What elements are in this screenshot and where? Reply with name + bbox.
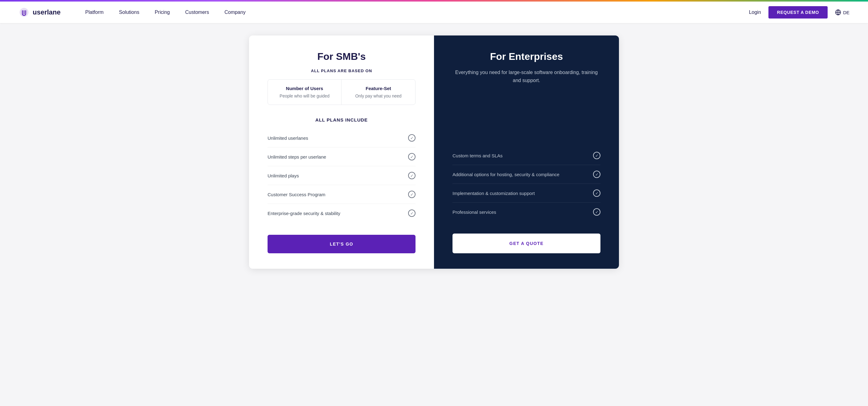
list-item: Unlimited userlanes ✓ xyxy=(268,129,415,147)
nav-link-platform[interactable]: Platform xyxy=(85,9,104,15)
nav-link-pricing[interactable]: Pricing xyxy=(155,9,170,15)
list-item: Customer Success Program ✓ xyxy=(268,185,415,204)
enterprise-check-icon-1: ✓ xyxy=(593,171,600,178)
nav-links: Platform Solutions Pricing Customers Com… xyxy=(85,9,749,15)
smb-feature-list: Unlimited userlanes ✓ Unlimited steps pe… xyxy=(268,129,415,223)
check-icon-4: ✓ xyxy=(408,209,415,217)
get-quote-button[interactable]: GET A QUOTE xyxy=(453,234,600,253)
enterprise-check-icon-3: ✓ xyxy=(593,208,600,216)
enterprise-title: For Enterprises xyxy=(453,51,600,62)
list-item: Enterprise-grade security & stability ✓ xyxy=(268,204,415,223)
enterprise-feature-text-2: Implementation & customization support xyxy=(453,191,535,196)
enterprise-check-icon-2: ✓ xyxy=(593,190,600,197)
logo-text: userlane xyxy=(33,8,61,16)
enterprise-feature-text-0: Custom terms and SLAs xyxy=(453,153,503,158)
grid-sub-users: People who will be guided xyxy=(275,93,334,98)
globe-icon xyxy=(835,9,841,16)
grid-sub-features: Only pay what you need xyxy=(349,93,408,98)
enterprise-feature-text-3: Professional services xyxy=(453,209,496,215)
feature-text-0: Unlimited userlanes xyxy=(268,136,308,141)
smb-card: For SMB's ALL PLANS ARE BASED ON Number … xyxy=(249,35,434,269)
nav-link-solutions[interactable]: Solutions xyxy=(119,9,139,15)
main-content: For SMB's ALL PLANS ARE BASED ON Number … xyxy=(0,23,868,281)
list-item: Unlimited plays ✓ xyxy=(268,166,415,185)
plans-grid-item-features: Feature-Set Only pay what you need xyxy=(342,80,415,105)
plans-based-on-label: ALL PLANS ARE BASED ON xyxy=(268,68,415,73)
enterprise-check-icon-0: ✓ xyxy=(593,152,600,159)
nav-right: Login REQUEST A DEMO DE xyxy=(749,6,849,19)
feature-text-4: Enterprise-grade security & stability xyxy=(268,211,340,216)
nav-link-customers[interactable]: Customers xyxy=(185,9,209,15)
login-link[interactable]: Login xyxy=(749,9,761,15)
language-label: DE xyxy=(843,10,849,15)
list-item: Additional options for hosting, security… xyxy=(453,165,600,184)
list-item: Professional services ✓ xyxy=(453,203,600,221)
nav-link-company[interactable]: Company xyxy=(224,9,245,15)
list-item: Custom terms and SLAs ✓ xyxy=(453,146,600,165)
feature-text-2: Unlimited plays xyxy=(268,173,299,178)
logo-icon xyxy=(19,7,30,18)
all-plans-include-label: ALL PLANS INCLUDE xyxy=(268,117,415,122)
plans-grid-item-users: Number of Users People who will be guide… xyxy=(268,80,342,105)
enterprise-card: For Enterprises Everything you need for … xyxy=(434,35,619,269)
logo-link[interactable]: userlane xyxy=(19,7,61,18)
check-icon-0: ✓ xyxy=(408,134,415,142)
feature-text-1: Unlimited steps per userlane xyxy=(268,154,326,160)
list-item: Implementation & customization support ✓ xyxy=(453,184,600,203)
list-item: Unlimited steps per userlane ✓ xyxy=(268,147,415,166)
grid-label-users: Number of Users xyxy=(275,86,334,91)
enterprise-feature-text-1: Additional options for hosting, security… xyxy=(453,172,559,177)
feature-text-3: Customer Success Program xyxy=(268,192,326,197)
enterprise-subtitle: Everything you need for large-scale soft… xyxy=(453,68,600,84)
check-icon-1: ✓ xyxy=(408,153,415,161)
check-icon-3: ✓ xyxy=(408,191,415,198)
pricing-container: For SMB's ALL PLANS ARE BASED ON Number … xyxy=(249,35,619,269)
enterprise-feature-list: Custom terms and SLAs ✓ Additional optio… xyxy=(453,146,600,221)
language-selector[interactable]: DE xyxy=(835,9,849,16)
check-icon-2: ✓ xyxy=(408,172,415,179)
request-demo-button[interactable]: REQUEST A DEMO xyxy=(769,6,828,19)
grid-label-features: Feature-Set xyxy=(349,86,408,91)
navigation: userlane Platform Solutions Pricing Cust… xyxy=(0,2,868,23)
smb-title: For SMB's xyxy=(268,51,415,62)
plans-grid: Number of Users People who will be guide… xyxy=(268,79,415,105)
lets-go-button[interactable]: LET'S GO xyxy=(268,235,415,253)
